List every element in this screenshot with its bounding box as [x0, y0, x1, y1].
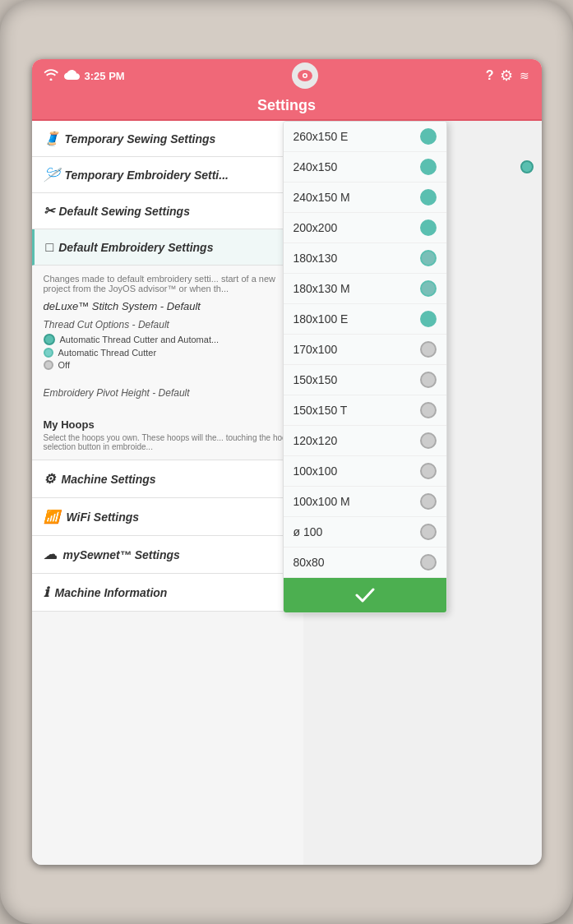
hoop-label-10: 120x120 — [293, 434, 338, 447]
my-hoops-note: Select the hoops you own. These hoops wi… — [44, 433, 292, 451]
expanded-note: Changes made to default embroidery setti… — [44, 274, 292, 293]
title-bar: Settings — [32, 92, 542, 121]
thread-option-off[interactable]: Off — [44, 360, 292, 370]
hoop-label-7: 170x100 — [293, 343, 338, 356]
sidebar-label-temp-embroidery: Temporary Embroidery Setti... — [65, 169, 229, 182]
settings-title: Settings — [257, 97, 316, 113]
hoop-radio-6 — [420, 311, 437, 327]
expanded-content: Changes made to default embroidery setti… — [32, 266, 303, 460]
hoop-item-2[interactable]: 240x150 M — [284, 182, 446, 213]
sidebar-item-temp-embroidery[interactable]: 🪡 Temporary Embroidery Setti... › — [32, 157, 303, 193]
device-frame: 3:25 PM ? ⚙ ≋ Settings — [0, 0, 573, 924]
sidebar-item-temp-sewing[interactable]: 🧵 Temporary Sewing Settings › — [32, 121, 303, 157]
wifi-icon — [44, 69, 58, 83]
hoop-item-6[interactable]: 180x100 E — [284, 304, 446, 335]
hoop-item-13[interactable]: ø 100 — [284, 517, 446, 547]
hoop-radio-9 — [420, 402, 437, 418]
hoop-item-11[interactable]: 100x100 — [284, 456, 446, 487]
sidebar-label-default-embroidery: Default Embroidery Settings — [58, 241, 213, 254]
square-icon: □ — [46, 240, 54, 255]
mysewnet-icon: ☁ — [44, 547, 57, 562]
hoop-label-9: 150x150 T — [293, 404, 348, 417]
thread-option-label-0: Automatic Thread Cutter and Automat... — [60, 335, 219, 344]
nav-mysewnet[interactable]: ☁ mySewnet™ Settings › — [32, 536, 303, 574]
hoop-radio-2 — [420, 189, 437, 206]
hoop-radio-10 — [420, 432, 437, 449]
thread-option-auto-cutter[interactable]: Automatic Thread Cutter — [44, 348, 292, 358]
hoop-item-1[interactable]: 240x150 — [284, 152, 446, 182]
hoop-radio-1 — [420, 159, 437, 175]
hoop-item-9[interactable]: 150x150 T — [284, 395, 446, 426]
hoop-item-12[interactable]: 100x100 M — [284, 487, 446, 517]
svg-point-2 — [304, 75, 307, 77]
sewing-machine-icon — [292, 62, 318, 89]
sidebar-label-temp-sewing: Temporary Sewing Settings — [65, 132, 216, 146]
hoop-radio-13 — [420, 524, 437, 540]
thread-option-label-1: Automatic Thread Cutter — [58, 348, 157, 358]
thread-option-auto-full[interactable]: Automatic Thread Cutter and Automat... — [44, 334, 292, 345]
hoop-radio-12 — [420, 493, 437, 510]
hoop-item-14[interactable]: 80x80 — [284, 547, 446, 578]
hoop-item-5[interactable]: 180x130 M — [284, 274, 446, 304]
hoop-radio-8 — [420, 372, 437, 388]
wifi-nav-icon: 📶 — [44, 509, 60, 524]
sidebar-item-default-sewing[interactable]: ✂ Default Sewing Settings › — [32, 193, 303, 229]
radio-selected — [44, 334, 55, 345]
hoop-radio-11 — [420, 463, 437, 479]
hoop-item-4[interactable]: 180x130 — [284, 243, 446, 274]
status-right: ? ⚙ ≋ — [486, 67, 530, 85]
hoop-item-3[interactable]: 200x200 — [284, 213, 446, 243]
hoop-radio-7 — [420, 341, 437, 358]
nav-label-machine-info: Machine Information — [55, 586, 168, 599]
time-display: 3:25 PM — [85, 70, 125, 82]
my-hoops-label: My Hoops — [44, 418, 292, 431]
nav-label-wifi: WiFi Settings — [67, 511, 140, 524]
hoop-item-7[interactable]: 170x100 — [284, 335, 446, 365]
hoop-radio-5 — [420, 280, 437, 297]
hoop-label-8: 150x150 — [293, 373, 338, 386]
hoop-label-5: 180x130 M — [293, 282, 350, 295]
thread-cut-label: Thread Cut Options - Default — [44, 319, 292, 330]
radio-half — [44, 348, 53, 358]
hoop-label-2: 240x150 M — [293, 191, 350, 204]
hoop-label-4: 180x130 — [293, 252, 338, 265]
nav-machine-settings[interactable]: ⚙ Machine Settings › — [32, 460, 303, 498]
hoop-label-11: 100x100 — [293, 464, 338, 478]
hoop-label-1: 240x150 — [293, 160, 338, 173]
nav-machine-info-left: ℹ Machine Information — [44, 584, 168, 600]
hoop-label-13: ø 100 — [293, 525, 323, 538]
screen: 3:25 PM ? ⚙ ≋ Settings — [32, 59, 542, 865]
nav-wifi-settings[interactable]: 📶 WiFi Settings › — [32, 498, 303, 536]
nav-machine-settings-left: ⚙ Machine Settings — [44, 471, 156, 487]
pivot-label: Embroidery Pivot Height - Default — [44, 387, 292, 399]
hoop-label-14: 80x80 — [293, 556, 325, 569]
status-center — [292, 62, 318, 89]
main-content: 🧵 Temporary Sewing Settings › 🪡 Temporar… — [32, 121, 542, 865]
deluxe-teal-dot — [520, 160, 534, 173]
scissors-icon: ✂ — [44, 203, 54, 219]
hoop-item-10[interactable]: 120x120 — [284, 426, 446, 456]
hoop-radio-0 — [420, 128, 437, 145]
sidebar: 🧵 Temporary Sewing Settings › 🪡 Temporar… — [32, 121, 303, 865]
sidebar-label-default-sewing: Default Sewing Settings — [59, 205, 190, 218]
radio-off — [44, 360, 53, 370]
hoop-radio-14 — [420, 554, 437, 571]
machine-settings-icon: ⚙ — [44, 471, 55, 487]
hoop-item-8[interactable]: 150x150 — [284, 365, 446, 395]
hoop-label-6: 180x100 E — [293, 312, 349, 326]
confirm-button[interactable] — [284, 578, 446, 612]
help-icon[interactable]: ? — [486, 68, 494, 83]
thread-icon: ≋ — [520, 69, 529, 82]
checkmark-icon — [355, 588, 375, 603]
hoop-item-0[interactable]: 260x150 E — [284, 122, 446, 152]
hoop-label-3: 200x200 — [293, 221, 338, 234]
nav-machine-info[interactable]: ℹ Machine Information › — [32, 574, 303, 612]
nav-wifi-left: 📶 WiFi Settings — [44, 509, 140, 524]
hoop-label-0: 260x150 E — [293, 130, 349, 143]
embroidery-icon: 🪡 — [44, 167, 60, 182]
info-icon: ℹ — [44, 584, 49, 600]
sidebar-item-default-embroidery[interactable]: □ Default Embroidery Settings ∨ — [32, 229, 303, 266]
gear-icon[interactable]: ⚙ — [500, 67, 513, 85]
nav-mysewnet-left: ☁ mySewnet™ Settings — [44, 547, 180, 562]
nav-label-mysewnet: mySewnet™ Settings — [63, 548, 180, 561]
